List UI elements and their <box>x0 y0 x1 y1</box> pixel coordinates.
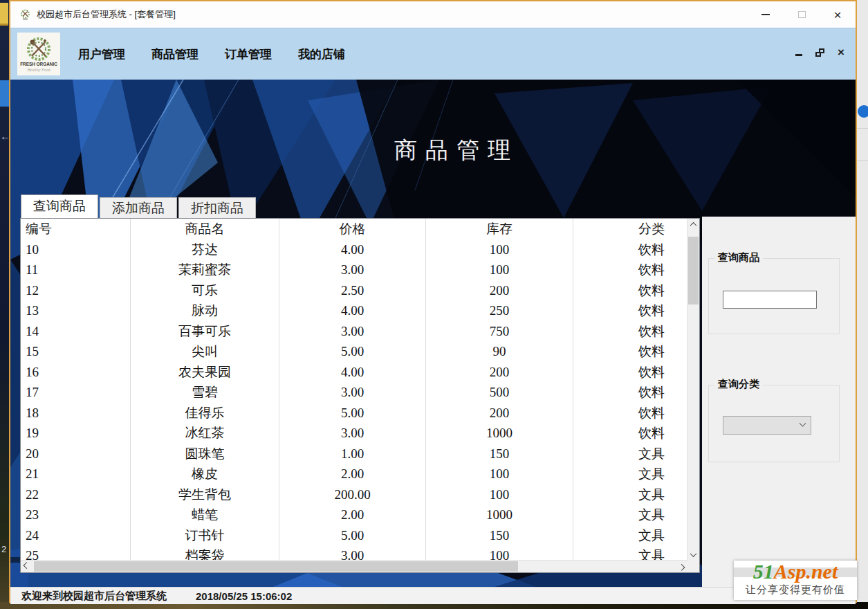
cell-category: 文具 <box>573 464 675 485</box>
table-row[interactable]: 22 学生背包 200.00 100 文具 <box>21 484 687 505</box>
chevron-up-icon <box>690 222 697 229</box>
cell-stock: 100 <box>425 260 573 281</box>
cell-category: 饮料 <box>573 362 675 383</box>
cell-category: 文具 <box>573 444 675 464</box>
table-row[interactable]: 15 尖叫 5.00 90 饮料 <box>21 342 687 363</box>
cell-category: 饮料 <box>573 383 675 403</box>
desktop-divider <box>856 128 868 129</box>
cell-id: 22 <box>21 484 130 505</box>
header-price[interactable]: 价格 <box>279 219 425 239</box>
cell-price: 1.00 <box>279 444 425 464</box>
close-icon: × <box>833 8 841 21</box>
watermark-tagline: 让分享变得更有价值 <box>734 583 857 597</box>
table-row[interactable]: 24 订书针 5.00 150 文具 <box>21 525 687 546</box>
cell-stock: 750 <box>425 321 573 342</box>
cell-id: 10 <box>21 239 130 260</box>
cell-category: 饮料 <box>573 424 675 444</box>
cell-id: 14 <box>21 321 130 342</box>
tab-strip: 查询商品 添加商品 折扣商品 <box>21 194 257 218</box>
table-row[interactable]: 20 圆珠笔 1.00 150 文具 <box>21 444 687 464</box>
tab-add-products[interactable]: 添加商品 <box>100 197 177 218</box>
menu-item-orders[interactable]: 订单管理 <box>225 46 272 62</box>
vertical-scrollbar[interactable] <box>687 219 699 561</box>
watermark-brand: 51Asp.net <box>734 561 857 583</box>
cell-name: 圆珠笔 <box>130 444 279 464</box>
title-bar[interactable]: 校园超市后台管理系统 - [套餐管理] × <box>10 1 856 28</box>
menu-bar: FRESH ORGANIC Healthy Food 用户管理 商品管理 订单管… <box>10 28 856 80</box>
cell-category: 饮料 <box>573 301 675 322</box>
cell-category: 文具 <box>573 484 675 505</box>
cell-id: 12 <box>21 280 130 301</box>
table-row[interactable]: 17 雪碧 3.00 500 饮料 <box>21 383 687 403</box>
window-title: 校园超市后台管理系统 - [套餐管理] <box>37 8 176 21</box>
cell-id: 21 <box>21 464 130 485</box>
cell-price: 3.00 <box>279 424 425 444</box>
cell-id: 20 <box>21 444 130 464</box>
category-dropdown[interactable] <box>723 416 811 435</box>
cell-name: 尖叫 <box>130 342 279 363</box>
menu-item-products[interactable]: 商品管理 <box>151 46 198 62</box>
window-close-button[interactable]: × <box>820 1 856 28</box>
cell-stock: 200 <box>425 280 573 301</box>
header-category[interactable]: 分类 <box>573 219 675 239</box>
scroll-right-button[interactable] <box>676 561 687 572</box>
desktop-edge-left: ← 2 <box>0 0 9 609</box>
scroll-down-button[interactable] <box>687 549 699 561</box>
logo-text: FRESH ORGANIC <box>20 62 57 66</box>
cell-stock: 100 <box>425 484 573 505</box>
chevron-left-icon <box>24 562 30 569</box>
cell-price: 3.00 <box>279 321 425 342</box>
brand-aspnet: Asp.net <box>774 561 838 583</box>
table-row[interactable]: 12 可乐 2.50 200 饮料 <box>21 280 687 301</box>
mdi-close-button[interactable]: × <box>838 46 844 58</box>
menu-item-myshop[interactable]: 我的店铺 <box>298 46 345 62</box>
maximize-icon <box>798 11 806 18</box>
menu-item-users[interactable]: 用户管理 <box>78 46 125 62</box>
cell-name: 冰红茶 <box>130 424 279 444</box>
table-row[interactable]: 19 冰红茶 3.00 1000 饮料 <box>21 424 687 444</box>
table-row[interactable]: 16 农夫果园 4.00 200 饮料 <box>21 362 687 383</box>
header-id[interactable]: 编号 <box>21 219 130 239</box>
search-product-input[interactable] <box>723 291 817 309</box>
cell-price: 2.50 <box>279 280 425 301</box>
cell-price: 3.00 <box>279 383 425 403</box>
window-minimize-button[interactable] <box>748 1 784 28</box>
mdi-minimize-button[interactable] <box>795 54 802 56</box>
tab-query-products[interactable]: 查询商品 <box>21 194 98 218</box>
table-row[interactable]: 23 蜡笔 2.00 1000 文具 <box>21 505 687 526</box>
table-row[interactable]: 13 脉动 4.00 250 饮料 <box>21 301 687 322</box>
cell-name: 百事可乐 <box>130 321 279 342</box>
cell-price: 4.00 <box>279 362 425 383</box>
cell-price: 2.00 <box>279 464 425 485</box>
table-row[interactable]: 11 茉莉蜜茶 3.00 100 饮料 <box>21 260 687 281</box>
brand-51: 51 <box>753 561 774 583</box>
table-row[interactable]: 14 百事可乐 3.00 750 饮料 <box>21 321 687 342</box>
status-bar: 欢迎来到校园超市后台管理系统 2018/05/25 15:06:02 <box>10 587 856 604</box>
table-row[interactable]: 10 芬达 4.00 100 饮料 <box>21 239 687 260</box>
cell-stock: 1000 <box>425 505 573 526</box>
status-timestamp: 2018/05/25 15:06:02 <box>196 590 292 602</box>
mdi-restore-button[interactable] <box>815 48 824 57</box>
table-row[interactable]: 18 佳得乐 5.00 200 饮料 <box>21 403 687 424</box>
tab-discount-products[interactable]: 折扣商品 <box>178 197 256 218</box>
logo-tagline: Healthy Food <box>26 68 50 72</box>
table-row[interactable]: 21 橡皮 2.00 100 文具 <box>21 464 687 485</box>
cell-name: 蜡笔 <box>130 505 279 526</box>
cell-stock: 90 <box>425 342 573 363</box>
chevron-down-icon <box>690 550 697 557</box>
cell-id: 15 <box>21 342 130 363</box>
scroll-left-button[interactable] <box>21 561 33 572</box>
cell-stock: 100 <box>425 464 573 485</box>
cell-category: 饮料 <box>573 321 675 342</box>
horizontal-scroll-thumb[interactable] <box>34 561 518 572</box>
header-name[interactable]: 商品名 <box>130 219 279 239</box>
header-stock[interactable]: 库存 <box>425 219 573 239</box>
scroll-up-button[interactable] <box>687 219 699 230</box>
horizontal-scrollbar[interactable] <box>21 560 687 572</box>
desktop-dot-icon <box>858 105 868 118</box>
search-product-label: 查询商品 <box>714 251 763 264</box>
desktop-divider <box>856 160 868 161</box>
search-category-label: 查询分类 <box>714 378 763 391</box>
vertical-scroll-thumb[interactable] <box>688 237 699 304</box>
cell-price: 4.00 <box>279 301 425 322</box>
